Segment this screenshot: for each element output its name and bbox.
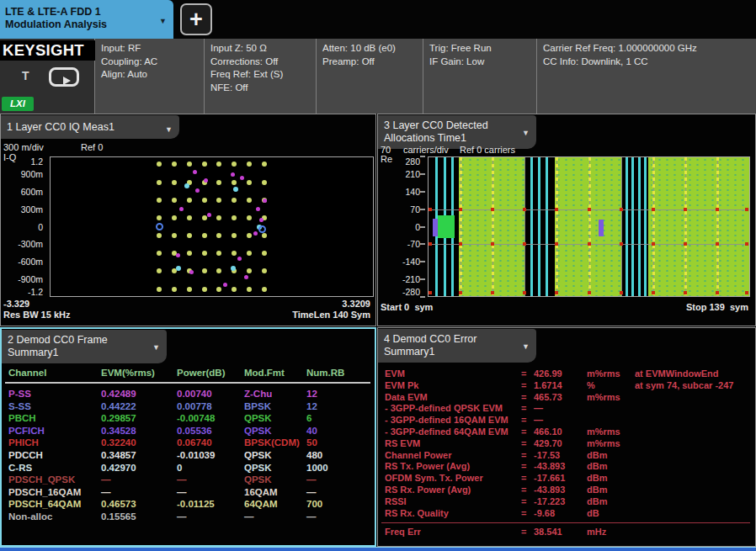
equals-sign: = [521, 450, 534, 462]
error-summary-rows: EVM=426.99m%rmsat EVMWindowEndEVM Pk=1.6… [385, 368, 752, 519]
constellation-dot [262, 180, 267, 185]
cell-modfmt: QPSK [244, 412, 306, 425]
analyzer-screen: LTE & LTE-A FDD 1 Modulation Analysis ▼ … [0, 0, 756, 551]
equals-sign: = [521, 496, 534, 508]
constellation-dot [247, 287, 252, 292]
boundary-marker-dot [620, 208, 623, 211]
cell-power: — [177, 486, 244, 499]
window2-title-dropdown[interactable]: 2 Demod CC0 Frame Summary1 ▼ [2, 330, 167, 363]
metric-value: -9.68 [534, 508, 587, 520]
control-symbol-line [644, 157, 647, 296]
cell-modfmt: 64QAM [244, 498, 306, 511]
metric-value: -17.53 [534, 450, 587, 462]
window-allocations: 3 Layer CC0 Detected Allocations Time1 ▼… [377, 114, 756, 326]
window1-title-dropdown[interactable]: 1 Layer CC0 IQ Meas1 ▼ [1, 115, 179, 139]
status-line: Input: RF [101, 42, 204, 56]
cell-modfmt: QPSK [244, 474, 306, 486]
constellation-dot [176, 253, 180, 257]
error-summary-row: - 3GPP-defined 64QAM EVM=466.10m%rms [385, 426, 752, 438]
metric-extra [635, 438, 752, 450]
constellation-dot [232, 251, 237, 256]
cell-numrb: — [306, 474, 353, 486]
window3-title-dropdown[interactable]: 3 Layer CC0 Detected Allocations Time1 ▼ [378, 115, 536, 149]
window4-title-dropdown[interactable]: 4 Demod CC0 Error Summary1 ▼ [378, 329, 536, 363]
equals-sign: = [521, 415, 534, 426]
metric-value: 1.6714 [534, 380, 587, 392]
brand-t-label: T [22, 69, 29, 82]
status-column-input: Input: RFCoupling: ACAlign: Auto [95, 39, 205, 114]
constellation-dot [232, 215, 237, 220]
x-axis-stop-label: Stop 139 sym [686, 302, 748, 312]
cell-evm: — [101, 486, 177, 499]
boundary-marker-dot [429, 208, 432, 211]
measurement-tab[interactable]: LTE & LTE-A FDD 1 Modulation Analysis ▼ [0, 0, 173, 39]
boundary-marker-dot [684, 242, 687, 246]
status-line: Corrections: Off [210, 56, 316, 69]
constellation-dot [216, 251, 221, 256]
constellation-dot [263, 199, 267, 203]
tick-label: -280 [402, 287, 420, 297]
rs-dashed-line [652, 157, 655, 296]
constellation-dot [187, 162, 192, 167]
window-frame-summary: 2 Demod CC0 Frame Summary1 ▼ ChannelEVM(… [0, 327, 376, 547]
metric-label: EVM Pk [385, 380, 521, 392]
boundary-marker-dot [459, 208, 462, 211]
constellation-dot [189, 270, 194, 274]
metric-extra [635, 415, 752, 426]
cell-power: 0 [177, 462, 244, 474]
boundary-marker-dot [652, 291, 655, 294]
pdsch-allocation-block [648, 157, 749, 296]
cell-modfmt: 16QAM [244, 486, 306, 499]
constellation-dot [202, 287, 207, 292]
cell-evm: 0.29857 [101, 412, 177, 425]
add-measurement-button[interactable]: + [180, 3, 212, 35]
allocations-plot[interactable] [428, 156, 750, 297]
table-row: PDCCH0.34857-0.01039QPSK480 [8, 449, 353, 462]
constellation-dot [157, 251, 162, 256]
metric-extra [635, 392, 752, 404]
boundary-marker-dot [745, 291, 748, 294]
constellation-dot [187, 287, 192, 292]
metric-label: EVM [385, 368, 521, 380]
tick-label: 300m [21, 204, 43, 215]
constellation-dot [232, 180, 237, 185]
cell-modfmt: QPSK [244, 425, 306, 437]
constellation-dot [247, 162, 252, 167]
boundary-marker-dot [652, 242, 655, 246]
bottom-accent-bar [0, 547, 756, 551]
equals-sign: = [521, 380, 534, 392]
constellation-dot [187, 198, 192, 203]
constellation-dot [172, 233, 177, 238]
metric-label: - 3GPP-defined 16QAM EVM [385, 415, 521, 426]
window-iq-meas: 1 Layer CC0 IQ Meas1 ▼ 300 m/div Ref 0 I… [0, 114, 376, 326]
metric-value: — [534, 403, 587, 415]
y-axis-ticks: 1.2900m600m300m0-300m-600m-900m-1.2 [1, 156, 48, 297]
metric-label: Channel Power [385, 450, 521, 462]
cell-power: — [177, 511, 244, 523]
equals-sign: = [521, 368, 534, 380]
table-row: PCFICH0.345280.05536QPSK40 [8, 425, 353, 437]
metric-unit: dBm [587, 496, 635, 508]
constellation-dot [233, 187, 238, 192]
constellation-dot [244, 275, 248, 279]
error-summary-row: Freq Err=38.541mHz [385, 527, 752, 538]
metric-label: Freq Err [385, 527, 521, 538]
scale-per-div-unit: carriers/div [403, 145, 449, 155]
constellation-dot [157, 215, 162, 220]
control-symbol-line [530, 157, 533, 296]
constellation-dot [202, 162, 207, 167]
iq-constellation-plot[interactable] [50, 156, 374, 297]
metric-extra [635, 473, 752, 485]
metric-unit: dBm [587, 461, 635, 473]
tick-label: -900m [18, 274, 43, 284]
constellation-dot [207, 213, 211, 217]
constellation-dot [247, 268, 252, 273]
equals-sign: = [521, 426, 534, 438]
cell-power: 0.06740 [177, 437, 244, 449]
control-symbol-line [638, 157, 641, 296]
error-summary-footer-rows: Freq Err=38.541mHz [385, 527, 752, 538]
window4-title-line1: 4 Demod CC0 Error [384, 333, 516, 346]
constellation-dot [157, 287, 162, 292]
constellation-dot [216, 268, 221, 273]
header-divider [5, 382, 370, 384]
